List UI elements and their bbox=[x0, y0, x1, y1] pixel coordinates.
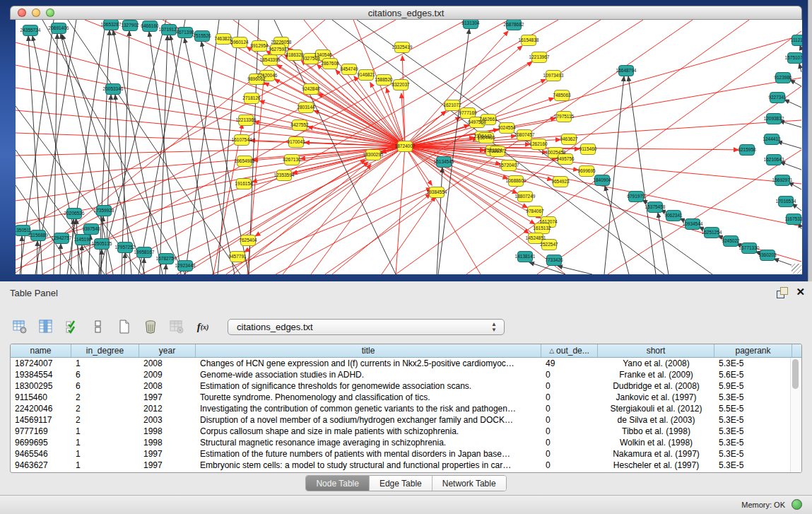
table-settings-icon[interactable] bbox=[11, 318, 28, 335]
graph-node-label: 15692971 bbox=[772, 177, 793, 182]
graph-node-label: 2718126 bbox=[242, 95, 261, 100]
graph-node-label: 1621072 bbox=[443, 103, 461, 107]
graph-node-label: 16154838 bbox=[519, 37, 539, 42]
table-row[interactable]: 911546021997Tourette syndrome. Phenomeno… bbox=[11, 392, 801, 403]
graph-node-label: 20206526 bbox=[64, 211, 85, 216]
graph-node-label: 8267130 bbox=[283, 157, 301, 162]
table-cell: Genome-wide association studies in ADHD. bbox=[196, 370, 541, 380]
show-columns-icon[interactable] bbox=[37, 318, 54, 335]
table-cell: 5.3E-5 bbox=[714, 358, 792, 368]
graph-node-label: 1167533 bbox=[785, 216, 802, 221]
graph-node-label: 8322037 bbox=[392, 82, 410, 87]
table-cell: 9465546 bbox=[11, 449, 71, 459]
graph-node-label: 15720407 bbox=[499, 163, 519, 168]
graph-node-label: 8427552 bbox=[290, 122, 309, 127]
function-builder-icon[interactable]: f(x) bbox=[194, 318, 211, 335]
table-cell: Disruption of a novel member of a sodium… bbox=[196, 415, 541, 425]
graph-node-label: 2803144 bbox=[297, 105, 315, 110]
table-row[interactable]: 946362711997Embryonic stem cells: a mode… bbox=[11, 460, 801, 471]
table-header-row: namein_degreeyeartitle△out_de...shortpag… bbox=[11, 344, 801, 358]
table-cell: 0 bbox=[541, 460, 598, 470]
tab-edge-table[interactable]: Edge Table bbox=[370, 476, 433, 491]
citation-network-graph[interactable]: 1872400774638225960124891295423226058962… bbox=[16, 20, 802, 274]
table-cell: 9699695 bbox=[11, 438, 71, 448]
graph-node-label: 1840904 bbox=[593, 177, 611, 182]
table-scrollbar[interactable] bbox=[790, 358, 801, 472]
table-cell: 1998 bbox=[139, 426, 196, 436]
float-window-icon[interactable] bbox=[777, 287, 788, 298]
close-icon[interactable]: ✕ bbox=[796, 286, 805, 298]
scrollbar-thumb[interactable] bbox=[792, 359, 799, 389]
import-table-icon[interactable] bbox=[168, 318, 185, 335]
table-cell: Nakamura et al. (1997) bbox=[598, 449, 714, 459]
table-row[interactable]: 1938455462009Genome-wide association stu… bbox=[11, 369, 801, 380]
graph-node-label: 9699695 bbox=[577, 168, 596, 173]
graph-node-label: 9495756 bbox=[556, 156, 575, 161]
column-header-short[interactable]: short bbox=[598, 344, 714, 357]
node-table: namein_degreeyeartitle△out_de...shortpag… bbox=[10, 344, 802, 473]
graph-node-label: 23226058 bbox=[271, 40, 292, 45]
graph-node-label: 17957252 bbox=[115, 245, 136, 250]
resize-grip[interactable] bbox=[792, 264, 801, 274]
delete-table-icon[interactable] bbox=[142, 318, 159, 335]
graph-node-label: 1588520 bbox=[375, 77, 393, 82]
network-table-select[interactable]: citations_edges.txt ▲▼ bbox=[228, 319, 505, 335]
graph-node-label: 1145190 bbox=[74, 237, 92, 242]
table-row[interactable]: 2242004622012Investigating the contribut… bbox=[11, 403, 801, 414]
graph-node-label: 7625404 bbox=[239, 238, 257, 243]
graph-node-label: 17016534 bbox=[776, 199, 796, 204]
tab-node-table[interactable]: Node Table bbox=[306, 476, 370, 491]
window-title: citations_edges.txt bbox=[11, 8, 801, 18]
table-cell: Stergiakouli et al. (2012) bbox=[598, 404, 714, 414]
table-cell: 1 bbox=[71, 460, 139, 470]
graph-node-label: 9654923 bbox=[551, 179, 570, 184]
graph-node-label: 12213967 bbox=[529, 54, 550, 59]
graph-node-label: 20053346 bbox=[103, 86, 124, 91]
table-cell: 5.3E-5 bbox=[714, 392, 792, 402]
table-row[interactable]: 1872400712008Changes of HCN gene express… bbox=[11, 358, 801, 369]
graph-node-label: 12923448 bbox=[175, 263, 196, 268]
table-cell: 14569117 bbox=[11, 415, 71, 425]
table-cell: Jankovic et al. (1997) bbox=[598, 392, 714, 402]
table-cell: Embryonic stem cells: a model to study s… bbox=[196, 460, 541, 470]
graph-node-label: 7733426 bbox=[545, 257, 563, 262]
rows-icon[interactable] bbox=[90, 318, 107, 335]
table-cell: 0 bbox=[541, 381, 598, 391]
table-row[interactable]: 1456911722003Disruption of a novel membe… bbox=[11, 414, 801, 426]
graph-node-label: 10688609 bbox=[506, 178, 526, 183]
table-cell: Tibbo et al. (1998) bbox=[598, 426, 714, 436]
column-header-name[interactable]: name bbox=[11, 344, 71, 357]
table-cell: 1 bbox=[71, 438, 139, 448]
graph-node-label: 16782759 bbox=[156, 256, 177, 261]
table-row[interactable]: 1830029562008Estimation of significance … bbox=[11, 380, 801, 392]
table-row[interactable]: 946554611997Estimation of the future num… bbox=[11, 448, 801, 460]
network-window-frame: citations_edges.txt 18724007746382259601… bbox=[0, 0, 808, 281]
table-cell: 1998 bbox=[139, 438, 196, 448]
table-panel-header: Table Panel ✕ bbox=[0, 281, 812, 305]
table-row[interactable]: 969969511998Structural magnetic resonanc… bbox=[11, 437, 801, 448]
network-window-titlebar[interactable]: citations_edges.txt bbox=[10, 6, 802, 20]
graph-node-label: 9245022 bbox=[722, 238, 740, 243]
select-columns-icon[interactable] bbox=[64, 318, 81, 335]
table-body: 1872400712008Changes of HCN gene express… bbox=[11, 358, 801, 471]
cytoscape-app: citations_edges.txt 18724007746382259601… bbox=[0, 0, 812, 514]
column-header-out_de[interactable]: △out_de... bbox=[541, 344, 598, 357]
column-header-in_degree[interactable]: in_degree bbox=[71, 344, 139, 357]
column-header-year[interactable]: year bbox=[139, 344, 196, 357]
graph-node-label: 12505135 bbox=[92, 241, 112, 246]
tab-network-table[interactable]: Network Table bbox=[433, 476, 506, 491]
table-cell: 5.3E-5 bbox=[714, 460, 792, 470]
column-header-pagerank[interactable]: pagerank bbox=[714, 344, 792, 357]
graph-node-label: 7485063 bbox=[553, 93, 571, 98]
table-row[interactable]: 977716911998Corpus callosum shape and si… bbox=[11, 426, 801, 437]
table-cell: 0 bbox=[541, 370, 598, 380]
graph-node-label: 9123986 bbox=[774, 75, 792, 80]
new-table-icon[interactable] bbox=[116, 318, 133, 335]
memory-ok-indicator[interactable] bbox=[792, 499, 802, 510]
table-cell: 49 bbox=[541, 358, 598, 368]
network-canvas[interactable]: 1872400774638225960124891295423226058962… bbox=[16, 20, 802, 274]
column-header-title[interactable]: title bbox=[196, 344, 541, 357]
table-cell: 2012 bbox=[139, 404, 196, 414]
table-cell: 5.5E-5 bbox=[714, 404, 792, 414]
table-cell: 2 bbox=[71, 415, 139, 425]
